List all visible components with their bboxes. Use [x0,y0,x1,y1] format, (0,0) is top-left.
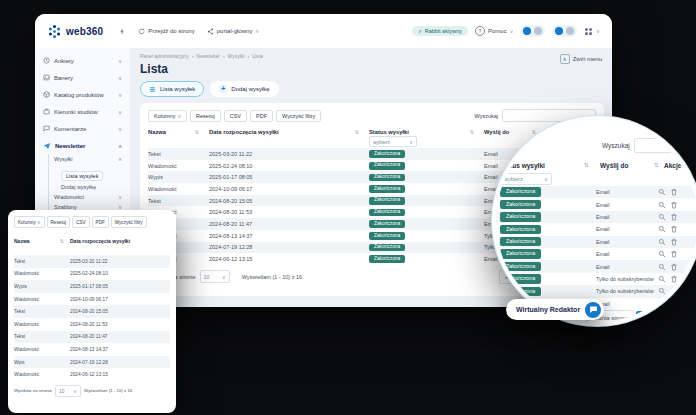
portal-select[interactable]: portal-główny ∨ [207,28,259,35]
sidebar-item-lista-wysylek[interactable]: Lista wysyłek [61,171,103,181]
preview-icon[interactable] [658,225,666,233]
table-row[interactable]: Wiadomość 2024-08-20 11:53 [14,318,170,331]
column-header-nazwa[interactable]: Nazwa [148,129,166,135]
preview-icon[interactable] [658,238,666,246]
breadcrumb-item[interactable]: Panel administracyjny [140,53,189,59]
status-badge: Zakończona [500,200,541,209]
breadcrumb-item[interactable]: Newsletter [196,53,220,59]
contrast-toggle-group[interactable] [520,25,545,37]
cell-name: Wiadomość [14,372,70,377]
delete-icon[interactable] [670,275,678,283]
search-label: Wyszukaj [475,113,498,119]
delete-icon[interactable] [670,287,678,295]
csv-button[interactable]: CSV [72,216,89,228]
cell-send-to: Email [596,301,658,307]
column-header-nazwa[interactable]: Nazwa [14,238,30,244]
table-row[interactable]: Wpis 2024-07-19 12:28 [14,356,170,369]
preview-icon[interactable] [658,213,666,221]
delete-icon[interactable] [670,263,678,271]
preview-icon[interactable] [658,250,666,258]
table-row[interactable]: Wypis 2025-01-17 08:05 [14,280,170,293]
delete-icon[interactable] [670,250,678,258]
sidebar-item-komentarze[interactable]: Komentarze ∨ [35,120,130,137]
help-menu[interactable]: ? Pomoc ∨ [475,26,513,36]
sort-icon[interactable]: ⇅ [355,129,359,135]
breadcrumb-item[interactable]: Wysyłki [228,53,245,59]
reset-button[interactable]: Resetuj [190,110,221,122]
bolt-icon[interactable] [119,28,126,35]
preview-icon[interactable] [658,201,666,209]
delete-icon[interactable] [670,225,678,233]
table-row[interactable]: Tekst 2025-03-20 11:22 [14,255,170,268]
column-header-wyslij-do[interactable]: Wyślij do [484,129,509,135]
status-filter-select[interactable]: wybierz ∨ [369,136,417,147]
sidebar-item-ankiety[interactable]: Ankiety ∨ [35,52,130,69]
cell-send-to: Email [596,202,658,208]
preview-icon[interactable] [658,263,666,271]
sidebar-item-banery[interactable]: Banery ∨ [35,69,130,86]
sort-icon[interactable]: ⇅ [532,129,536,135]
survey-icon [43,57,50,64]
tab-dodaj-wysylke[interactable]: + Dodaj wysyłkę [210,81,278,97]
chevron-down-icon: ∨ [118,75,122,81]
page-title: Lista [140,62,604,76]
sidebar-item-dodaj-wysylke[interactable]: Dodaj wysyłkę [61,182,130,192]
reset-button[interactable]: Resetuj [47,216,71,228]
preview-icon[interactable] [658,300,666,308]
font-small-icon[interactable] [566,27,574,35]
table-row[interactable]: Wiadomość 2024-08-13 14:37 [14,343,170,356]
current-page-button[interactable]: 1 [636,311,649,324]
clear-filters-button[interactable]: Wyczyść filtry [111,216,147,228]
sidebar-item-wysylki[interactable]: Wysyłki ∧ [54,154,130,164]
table-row[interactable]: Wiadomość 2024-10-09 06:17 [14,293,170,306]
sort-icon[interactable]: ⇅ [195,129,199,135]
sidebar-item-wiadomosci[interactable]: Wiadomości ∨ [54,192,130,202]
column-header-status[interactable]: Status wysyłki [369,129,409,135]
table-row[interactable]: Wiadomość 2025-02-24 08:10 [14,268,170,281]
columns-button[interactable]: Kolumny ∨ [14,216,45,228]
delete-icon[interactable] [670,300,678,308]
collapse-icon: ∧ [560,54,570,64]
per-page-select[interactable]: 10 ∨ [55,385,81,397]
clear-filters-button[interactable]: Wyczyść filtry [276,110,321,122]
status-filter-value: wybierz [373,139,390,145]
table-row[interactable]: Tekst 2024-08-20 11:47 [14,331,170,344]
sidebar-item-newsletter[interactable]: Newsletter ∧ [35,137,130,154]
status-badge: Zakończona [369,244,405,252]
delete-icon[interactable] [670,238,678,246]
contrast-on-icon[interactable] [523,27,531,35]
preview-icon[interactable] [658,287,666,295]
cell-date: 2024-06-12 13:15 [70,372,170,377]
status-badge: Zakończona [369,174,405,182]
table-row[interactable]: Tekst 2024-08-20 15:05 [14,305,170,318]
apps-menu-button[interactable]: ∨ [584,27,600,36]
table-row[interactable]: Wiadomość 2024-06-12 13:15 [14,368,170,381]
preview-icon[interactable] [658,188,666,196]
tab-lista-wysylek[interactable]: Lista wysyłek [140,81,204,97]
status-badge: Zakończona [369,197,405,205]
cell-send-to: Tylko do subskrybentów [596,276,658,282]
pdf-button[interactable]: PDF [92,216,109,228]
font-size-toggle-group[interactable] [552,25,577,37]
columns-button[interactable]: Kolumny ∨ [148,110,187,122]
virtual-editor-chip[interactable]: Wirtualny Redaktor [506,299,604,320]
sidebar-item-katalog-produktow[interactable]: Katalog produktów ∨ [35,86,130,103]
contrast-off-icon[interactable] [534,27,542,35]
status-filter-select[interactable]: wybierz ∨ [500,173,552,185]
collapse-menu-button[interactable]: ∧ Zwiń menu [560,54,602,64]
per-page-select[interactable]: 10 ∨ [200,270,230,283]
preview-icon[interactable] [658,275,666,283]
column-header-data[interactable]: Data rozpoczęcia wysyłki [70,238,170,244]
font-large-icon[interactable] [555,27,563,35]
csv-button[interactable]: CSV [224,110,247,122]
sort-icon[interactable]: ⇅ [470,129,474,135]
pdf-button[interactable]: PDF [250,110,273,122]
column-header-data[interactable]: Data rozpoczęcia wysyłki [209,129,279,135]
delete-icon[interactable] [670,213,678,221]
delete-icon[interactable] [670,201,678,209]
go-to-site-button[interactable]: Przejdź do strony [138,28,194,35]
sidebar-item-kierunki-studiow[interactable]: Kierunki studiów ∨ [35,103,130,120]
sort-icon[interactable]: ⇅ [60,238,64,244]
delete-icon[interactable] [670,188,678,196]
search-input[interactable] [634,138,696,153]
